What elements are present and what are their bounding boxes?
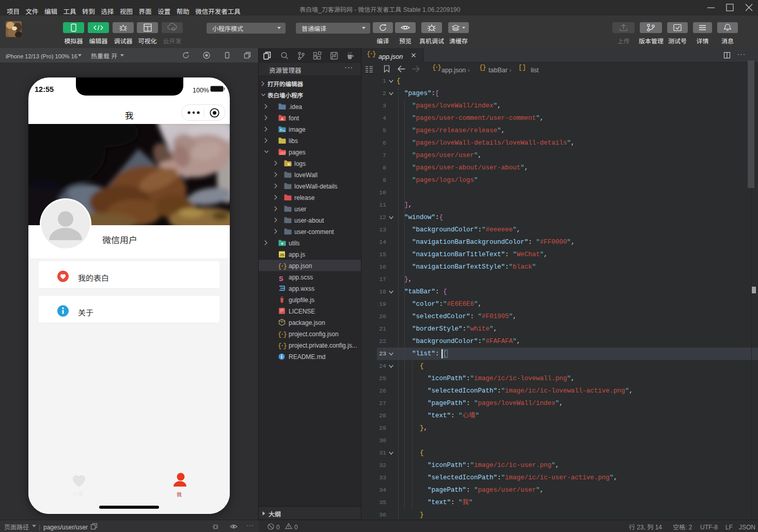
svg-text:JS: JS <box>279 253 284 257</box>
svg-text:A: A <box>281 117 284 121</box>
